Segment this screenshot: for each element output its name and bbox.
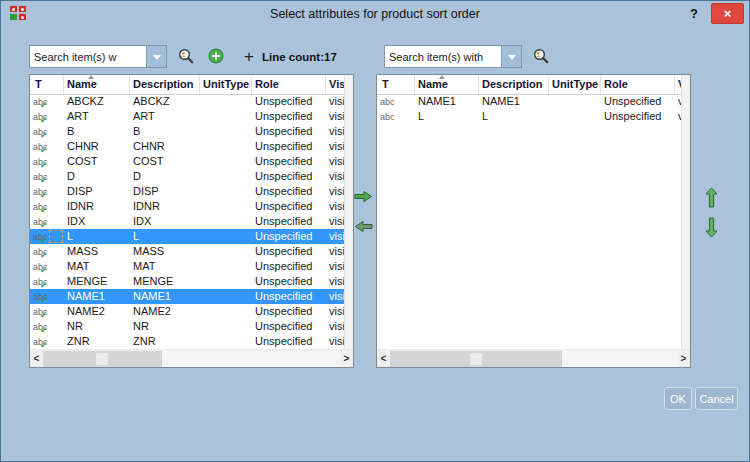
cell-description: DISP: [130, 184, 200, 199]
cell-description: NAME1: [130, 289, 200, 304]
scroll-left-icon[interactable]: <: [30, 351, 43, 367]
cell-description: NAME2: [130, 304, 200, 319]
cell-visible: visible: [326, 139, 345, 154]
move-down-button[interactable]: [705, 217, 718, 241]
search-dropdown-right[interactable]: [501, 45, 522, 68]
cell-type: abc ✓: [30, 334, 64, 349]
scrollbar-track[interactable]: [43, 351, 340, 367]
help-button[interactable]: ?: [685, 4, 703, 24]
column-header-role[interactable]: Role: [601, 75, 675, 94]
horizontal-scrollbar[interactable]: < >: [30, 349, 353, 367]
cell-unittype: [200, 184, 252, 199]
cell-role: Unspecified: [601, 109, 675, 124]
scrollbar-track[interactable]: [390, 351, 677, 367]
table-row[interactable]: abc ✓ IDNR IDNR Unspecified visible: [30, 199, 345, 214]
scroll-right-icon[interactable]: >: [340, 351, 353, 367]
arrow-up-icon: [705, 187, 718, 208]
cell-visible: visible: [326, 334, 345, 349]
column-header-unittype[interactable]: UnitType: [200, 75, 252, 94]
table-row[interactable]: abc ✓ B B Unspecified visible: [30, 124, 345, 139]
column-header-t[interactable]: T: [377, 75, 415, 94]
cell-description: NAME1: [479, 94, 549, 109]
arrow-down-icon: [705, 217, 718, 238]
cell-visible: visible: [326, 244, 345, 259]
ok-button[interactable]: OK: [664, 387, 692, 410]
move-right-button[interactable]: [354, 190, 373, 206]
move-up-button[interactable]: [705, 187, 718, 211]
person-icon: [182, 52, 185, 55]
arrow-left-icon: [354, 220, 373, 233]
column-header-description[interactable]: Description: [479, 75, 549, 94]
vertical-scrollbar[interactable]: [344, 75, 353, 350]
table-row[interactable]: abc ✓ NAME2 NAME2 Unspecified visible: [30, 304, 345, 319]
column-header-name[interactable]: Name: [415, 75, 479, 94]
cell-name: IDNR: [64, 199, 130, 214]
checkmark-icon: ✓: [40, 188, 48, 199]
cell-role: Unspecified: [252, 154, 326, 169]
column-header-label: UnitType: [203, 78, 249, 90]
cell-type: abc ✓: [30, 109, 64, 124]
vertical-scrollbar[interactable]: [681, 75, 690, 350]
cell-name: NAME1: [64, 289, 130, 304]
cell-type: abc ✓: [30, 184, 64, 199]
scrollbar-thumb[interactable]: [43, 351, 162, 367]
title-bar[interactable]: Select attributes for product sort order…: [1, 1, 749, 27]
column-header-visible[interactable]: Visible: [326, 75, 345, 94]
table-row[interactable]: abc ✓ D D Unspecified visible: [30, 169, 345, 184]
column-header-description[interactable]: Description: [130, 75, 200, 94]
column-header-label: Role: [255, 78, 279, 90]
scroll-right-icon[interactable]: >: [677, 351, 690, 367]
scroll-left-icon[interactable]: <: [377, 351, 390, 367]
table-row[interactable]: abc ✓ ART ART Unspecified visible: [30, 109, 345, 124]
cell-description: L: [130, 229, 200, 244]
cell-description: D: [130, 169, 200, 184]
cell-unittype: [200, 139, 252, 154]
table-row[interactable]: abc ✓ COST COST Unspecified visible: [30, 154, 345, 169]
column-header-label: Visible: [329, 78, 345, 90]
scrollbar-thumb[interactable]: [390, 351, 562, 367]
plus-icon[interactable]: +: [244, 45, 254, 69]
cell-visible: visible: [326, 169, 345, 184]
cell-role: Unspecified: [601, 94, 675, 109]
find-attribute-button-right[interactable]: [532, 48, 550, 65]
table-row[interactable]: abc ✓ L L Unspecified visible: [30, 229, 345, 244]
table-row[interactable]: abc ✓ IDX IDX Unspecified visible: [30, 214, 345, 229]
move-left-button[interactable]: [354, 220, 373, 236]
find-attribute-button[interactable]: [177, 48, 195, 65]
cell-role: Unspecified: [252, 139, 326, 154]
cell-unittype: [200, 304, 252, 319]
cell-description: NR: [130, 319, 200, 334]
table-row[interactable]: abc ✓ ZNR ZNR Unspecified visible: [30, 334, 345, 349]
table-row[interactable]: abc ✓ MASS MASS Unspecified visible: [30, 244, 345, 259]
table-row[interactable]: abc ✓ ABCKZ ABCKZ Unspecified visible: [30, 94, 345, 109]
cell-unittype: [200, 199, 252, 214]
add-attribute-button[interactable]: [208, 48, 224, 64]
table-header-row: TNameDescriptionUnitTypeRoleVisible: [30, 75, 345, 95]
table-row[interactable]: abc ✓ CHNR CHNR Unspecified visible: [30, 139, 345, 154]
table-row[interactable]: abc ✓ MAT MAT Unspecified visible: [30, 259, 345, 274]
table-header-row: TNameDescriptionUnitTypeRoleVisible: [377, 75, 682, 95]
table-row[interactable]: abc ✓ MENGE MENGE Unspecified visible: [30, 274, 345, 289]
cell-name: D: [64, 169, 130, 184]
cell-name: CHNR: [64, 139, 130, 154]
close-button[interactable]: ×: [711, 3, 744, 24]
checkmark-icon: ✓: [40, 293, 48, 304]
horizontal-scrollbar[interactable]: < >: [377, 349, 690, 367]
column-header-t[interactable]: T: [30, 75, 64, 94]
cell-visible: visible: [326, 109, 345, 124]
column-header-role[interactable]: Role: [252, 75, 326, 94]
search-input-left[interactable]: [29, 45, 147, 68]
column-header-name[interactable]: Name: [64, 75, 130, 94]
table-row[interactable]: abc ✓ L L Unspecified visible: [377, 109, 682, 124]
table-row[interactable]: abc ✓ NR NR Unspecified visible: [30, 319, 345, 334]
cell-name: NAME2: [64, 304, 130, 319]
cell-role: Unspecified: [252, 94, 326, 109]
column-header-unittype[interactable]: UnitType: [549, 75, 601, 94]
cancel-button[interactable]: Cancel: [695, 387, 738, 410]
table-row[interactable]: abc ✓ NAME1 NAME1 Unspecified visible: [377, 94, 682, 109]
search-dropdown-left[interactable]: [146, 45, 167, 68]
table-row[interactable]: abc ✓ DISP DISP Unspecified visible: [30, 184, 345, 199]
table-row[interactable]: abc ✓ NAME1 NAME1 Unspecified visible: [30, 289, 345, 304]
search-input-right[interactable]: [384, 45, 502, 68]
cell-name: L: [415, 109, 479, 124]
